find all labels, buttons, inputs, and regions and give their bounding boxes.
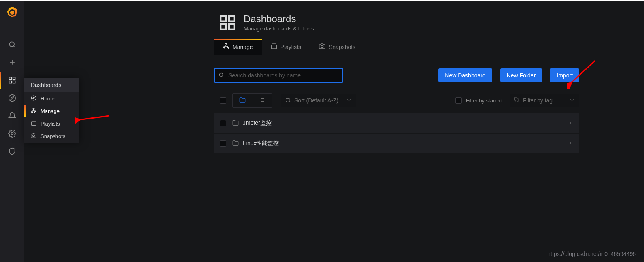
starred-label: Filter by starred bbox=[466, 98, 502, 104]
svg-point-17 bbox=[33, 135, 35, 137]
annotation-arrow bbox=[75, 112, 111, 128]
page-title: Dashboards bbox=[244, 13, 314, 25]
playlist-icon bbox=[271, 43, 277, 51]
sort-label: Sort (Default A-Z) bbox=[294, 97, 338, 104]
svg-rect-22 bbox=[225, 43, 227, 45]
shield-icon bbox=[8, 147, 16, 157]
sort-icon bbox=[285, 97, 291, 104]
view-toggle bbox=[232, 93, 272, 108]
annotation-arrow bbox=[567, 57, 599, 89]
search-icon bbox=[219, 72, 224, 79]
nav-dashboards[interactable] bbox=[0, 72, 24, 89]
new-dashboard-button[interactable]: New Dashboard bbox=[438, 68, 492, 82]
nav-server-admin[interactable] bbox=[0, 143, 24, 161]
nav-search[interactable] bbox=[0, 36, 24, 54]
sitemap-icon bbox=[223, 43, 229, 51]
svg-rect-15 bbox=[34, 112, 36, 113]
tab-label: Manage bbox=[232, 44, 253, 50]
svg-rect-24 bbox=[227, 47, 229, 49]
svg-point-26 bbox=[321, 45, 323, 47]
view-folders-button[interactable] bbox=[233, 94, 252, 107]
list-icon bbox=[259, 97, 265, 104]
main-content: Dashboards Manage dashboards & folders M… bbox=[24, 1, 644, 262]
search-icon bbox=[8, 40, 16, 50]
svg-rect-21 bbox=[229, 24, 234, 29]
starred-checkbox[interactable] bbox=[455, 97, 462, 104]
folder-name: Jmeter监控 bbox=[243, 119, 272, 127]
grafana-logo[interactable] bbox=[6, 6, 19, 19]
nav-create[interactable] bbox=[0, 54, 24, 72]
nav-alerting[interactable] bbox=[0, 107, 24, 125]
chevron-right-icon bbox=[568, 140, 573, 147]
row-checkbox[interactable] bbox=[220, 120, 226, 126]
folder-list: Jmeter监控 Linux性能监控 bbox=[24, 113, 644, 153]
folder-name: Linux性能监控 bbox=[243, 140, 279, 147]
svg-rect-7 bbox=[13, 81, 15, 83]
camera-icon bbox=[319, 43, 325, 51]
submenu-item-home[interactable]: Home bbox=[24, 92, 79, 105]
camera-icon bbox=[31, 133, 36, 140]
svg-line-28 bbox=[223, 76, 224, 77]
folder-icon bbox=[232, 140, 239, 147]
list-item[interactable]: Linux性能监控 bbox=[214, 134, 579, 153]
list-item[interactable]: Jmeter监控 bbox=[214, 113, 579, 133]
submenu-item-snapshots[interactable]: Snapshots bbox=[24, 130, 79, 143]
search-input[interactable] bbox=[228, 72, 338, 79]
row-checkbox[interactable] bbox=[220, 140, 226, 147]
chevron-down-icon bbox=[569, 97, 575, 104]
compass-icon bbox=[8, 94, 16, 103]
nav-explore[interactable] bbox=[0, 89, 24, 107]
search-field[interactable] bbox=[214, 68, 343, 83]
svg-rect-18 bbox=[221, 16, 226, 21]
apps-icon bbox=[8, 76, 16, 85]
submenu-item-playlists[interactable]: Playlists bbox=[24, 117, 79, 130]
new-folder-button[interactable]: New Folder bbox=[500, 68, 542, 82]
select-all-checkbox[interactable] bbox=[220, 97, 226, 104]
tab-playlists[interactable]: Playlists bbox=[262, 39, 310, 55]
folder-icon bbox=[239, 97, 246, 104]
submenu-item-label: Playlists bbox=[40, 121, 60, 127]
filter-starred[interactable]: Filter by starred bbox=[455, 97, 502, 104]
svg-point-0 bbox=[9, 42, 14, 47]
svg-rect-25 bbox=[271, 45, 276, 49]
submenu-item-label: Manage bbox=[40, 108, 60, 114]
gear-icon bbox=[8, 130, 16, 139]
page-header: Dashboards Manage dashboards & folders bbox=[24, 13, 644, 32]
folder-icon bbox=[232, 119, 239, 127]
tag-icon bbox=[514, 97, 520, 104]
svg-point-10 bbox=[11, 132, 13, 134]
compass-icon bbox=[31, 95, 36, 102]
chevron-right-icon bbox=[568, 120, 573, 126]
svg-line-36 bbox=[79, 116, 109, 120]
submenu-item-manage[interactable]: Manage bbox=[24, 105, 79, 117]
svg-rect-5 bbox=[13, 77, 15, 79]
svg-rect-13 bbox=[33, 108, 34, 109]
svg-rect-6 bbox=[9, 81, 12, 83]
tab-manage[interactable]: Manage bbox=[214, 39, 262, 55]
submenu-item-label: Home bbox=[40, 96, 55, 102]
tab-label: Playlists bbox=[281, 44, 301, 50]
sitemap-icon bbox=[31, 108, 36, 115]
svg-rect-23 bbox=[223, 47, 225, 49]
bell-icon bbox=[8, 112, 16, 121]
filter-tag-select[interactable]: Filter by tag bbox=[510, 94, 579, 107]
svg-line-37 bbox=[571, 61, 595, 83]
playlist-icon bbox=[31, 120, 36, 127]
dashboards-submenu: Dashboards Home Manage Playlists Snapsho… bbox=[24, 78, 79, 143]
nav-configuration[interactable] bbox=[0, 125, 24, 143]
svg-rect-16 bbox=[31, 122, 36, 125]
submenu-title: Dashboards bbox=[24, 78, 79, 92]
sort-select[interactable]: Sort (Default A-Z) bbox=[281, 94, 356, 107]
view-list-button[interactable] bbox=[252, 94, 272, 107]
tab-label: Snapshots bbox=[329, 44, 355, 50]
tag-label: Filter by tag bbox=[523, 97, 553, 104]
toolbar: New Dashboard New Folder Import bbox=[24, 68, 644, 83]
svg-point-27 bbox=[219, 73, 223, 76]
tab-snapshots[interactable]: Snapshots bbox=[310, 39, 364, 55]
svg-marker-12 bbox=[33, 97, 35, 99]
svg-rect-20 bbox=[221, 24, 226, 29]
page-subtitle: Manage dashboards & folders bbox=[244, 26, 314, 32]
chevron-down-icon bbox=[346, 97, 352, 104]
svg-point-8 bbox=[9, 94, 16, 101]
plus-icon bbox=[8, 58, 16, 68]
